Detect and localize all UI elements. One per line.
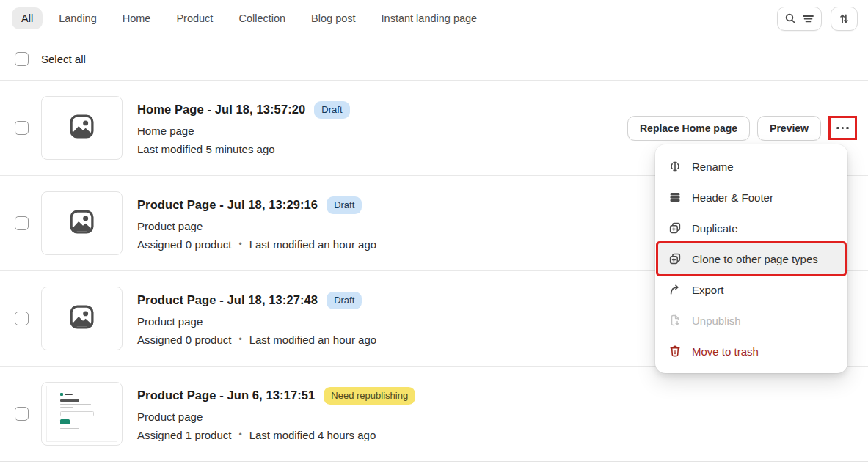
meta-separator: • <box>238 430 241 440</box>
tab-blog-post[interactable]: Blog post <box>302 7 365 29</box>
menu-item-move-to-trash[interactable]: Move to trash <box>655 336 847 367</box>
select-all-checkbox[interactable] <box>15 52 29 66</box>
annotation-highlight-more <box>828 116 857 140</box>
assigned-count-text: Assigned 0 product <box>137 238 231 251</box>
rename-icon <box>668 159 682 174</box>
unpublish-icon <box>668 313 682 328</box>
page-title: Product Page - Jul 18, 13:29:16 <box>137 198 318 212</box>
trash-icon <box>668 344 682 358</box>
page-type-label: Home page <box>137 125 350 137</box>
search-icon <box>784 12 797 25</box>
sort-button[interactable] <box>831 7 858 31</box>
menu-item-rename[interactable]: Rename <box>655 151 847 182</box>
tab-instant-landing-page[interactable]: Instant landing page <box>372 7 487 29</box>
row-actions-menu: Rename Header & Footer Duplicate <box>655 144 847 373</box>
page-thumbnail[interactable] <box>41 287 123 350</box>
last-modified-text: Last modified 5 minutes ago <box>137 143 275 155</box>
last-modified-text: Last modified an hour ago <box>249 334 376 346</box>
image-placeholder-icon <box>68 303 95 334</box>
status-badge: Draft <box>327 292 362 309</box>
assigned-count-text: Assigned 1 product <box>137 429 231 441</box>
page-type-tabs: All Landing Home Product Collection Blog… <box>0 0 868 37</box>
menu-item-label: Unpublish <box>692 314 741 327</box>
select-all-label: Select all <box>41 53 86 65</box>
duplicate-icon <box>668 221 682 235</box>
status-badge: Need republishing <box>324 387 415 405</box>
filter-icon <box>802 13 814 24</box>
menu-item-label: Move to trash <box>692 345 759 358</box>
export-icon <box>668 282 682 297</box>
tab-all[interactable]: All <box>12 7 43 29</box>
select-all-row: Select all <box>0 37 868 81</box>
sort-icon <box>838 12 850 25</box>
page-title: Product Page - Jul 18, 13:27:48 <box>137 293 318 307</box>
list-toolbar <box>777 7 858 31</box>
more-actions-button[interactable] <box>831 118 855 138</box>
row-checkbox[interactable] <box>15 121 29 135</box>
menu-item-header-footer[interactable]: Header & Footer <box>655 182 847 213</box>
tab-collection[interactable]: Collection <box>229 7 295 29</box>
page-thumbnail[interactable] <box>41 382 123 446</box>
status-badge: Draft <box>327 196 362 214</box>
image-placeholder-icon <box>68 208 95 238</box>
ellipsis-icon <box>836 127 849 130</box>
menu-item-duplicate[interactable]: Duplicate <box>655 213 847 243</box>
row-checkbox[interactable] <box>15 216 29 230</box>
menu-item-label: Duplicate <box>692 222 738 235</box>
page-thumbnail[interactable] <box>41 191 123 255</box>
tab-home[interactable]: Home <box>113 7 161 29</box>
menu-item-export[interactable]: Export <box>655 274 847 305</box>
row-checkbox[interactable] <box>15 312 29 325</box>
assigned-count-text: Assigned 0 product <box>137 334 231 346</box>
page-thumbnail[interactable] <box>41 96 123 160</box>
page-type-label: Product page <box>137 220 376 232</box>
meta-separator: • <box>238 239 241 249</box>
page-title: Product Page - Jun 6, 13:17:51 <box>137 388 315 402</box>
preview-button[interactable]: Preview <box>757 116 821 141</box>
menu-item-label: Export <box>692 284 723 296</box>
replace-home-page-button[interactable]: Replace Home page <box>627 116 750 141</box>
menu-item-unpublish: Unpublish <box>655 305 847 336</box>
page-type-label: Product page <box>137 315 376 328</box>
meta-separator: • <box>238 334 241 345</box>
search-filter-button[interactable] <box>777 7 822 31</box>
page-row: Product Page - Jun 6, 13:17:51 Need repu… <box>0 367 868 462</box>
page-preview-image <box>47 386 117 441</box>
menu-item-label: Clone to other page types <box>692 253 818 265</box>
tab-product[interactable]: Product <box>167 7 222 29</box>
menu-item-label: Rename <box>692 161 734 173</box>
row-checkbox[interactable] <box>15 407 29 421</box>
image-placeholder-icon <box>68 113 95 143</box>
header-footer-icon <box>668 190 682 205</box>
page-title: Home Page - Jul 18, 13:57:20 <box>137 103 305 117</box>
menu-item-label: Header & Footer <box>692 191 773 204</box>
clone-icon <box>668 251 682 266</box>
tab-landing[interactable]: Landing <box>49 7 106 29</box>
last-modified-text: Last modified 4 hours ago <box>249 429 376 441</box>
page-type-label: Product page <box>137 410 415 423</box>
status-badge: Draft <box>314 101 349 119</box>
menu-item-clone-to-other-page-types[interactable]: Clone to other page types <box>658 243 845 274</box>
last-modified-text: Last modified an hour ago <box>249 238 376 251</box>
